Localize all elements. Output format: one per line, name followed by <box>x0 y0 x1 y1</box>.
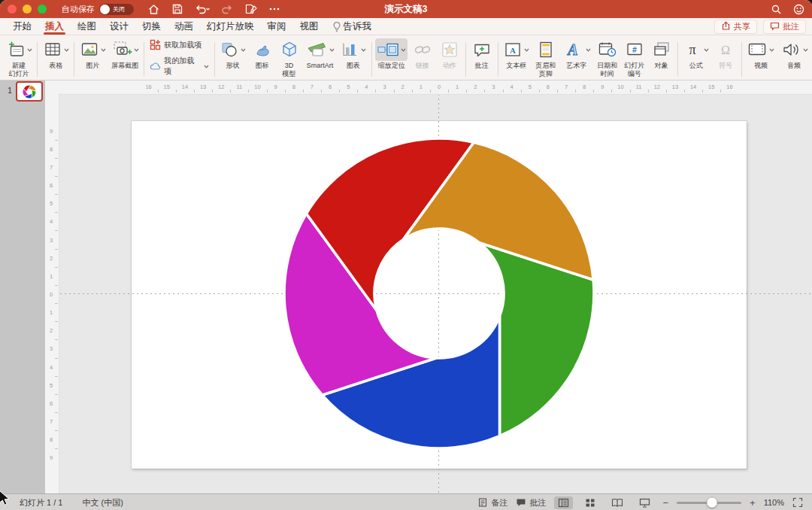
zoom-slider[interactable] <box>677 502 741 504</box>
bulb-icon <box>332 21 341 32</box>
ribbon-addins-stack: 获取加载项我的加载项 <box>147 38 211 77</box>
maximize-button[interactable] <box>38 5 47 14</box>
comments-button[interactable]: 批注 <box>763 20 806 34</box>
zoom-in-button[interactable]: + <box>750 498 756 508</box>
ribbon-button-action: 动作 <box>436 38 463 70</box>
wordart-icon: A <box>562 40 584 59</box>
ribbon-group-separator <box>214 42 215 77</box>
slide-indicator: 幻灯片 1 / 1 <box>20 497 62 508</box>
icons-icon <box>253 40 272 59</box>
ribbon-button-3d-model[interactable]: 3D 模型 <box>276 38 303 77</box>
more-button[interactable] <box>268 3 280 15</box>
zoom-out-button[interactable]: − <box>662 498 668 508</box>
ribbon-group-separator <box>677 42 678 77</box>
tab-绘图[interactable]: 绘图 <box>71 18 103 35</box>
horizontal-ruler: 1615141312111098765432101234567891011121… <box>45 80 812 95</box>
object-icon <box>652 40 671 59</box>
tab-设计[interactable]: 设计 <box>103 18 135 35</box>
close-button[interactable] <box>8 5 17 14</box>
ribbon-button-my-addins[interactable]: 我的加载项 <box>150 56 208 77</box>
ribbon-button-video[interactable]: 视频 <box>744 38 777 70</box>
autosave-label: 自动保存 <box>62 4 95 15</box>
get-addins-icon <box>150 39 161 50</box>
pinwheel-shape[interactable] <box>280 134 598 453</box>
ribbon-button-new-slide[interactable]: 新建 幻灯片 <box>3 38 35 77</box>
action-icon <box>440 40 459 59</box>
ribbon-button-object[interactable]: 对象 <box>648 38 675 70</box>
svg-text:#: # <box>632 45 637 54</box>
zoom-percent[interactable]: 110% <box>764 498 784 507</box>
ribbon-button-link: 链接 <box>409 38 436 70</box>
notes-button[interactable]: 备注 <box>477 497 508 508</box>
ribbon-button-text-box[interactable]: A文本框 <box>501 38 532 70</box>
ribbon-button-comment-add[interactable]: 批注 <box>468 38 495 70</box>
normal-view-icon <box>558 498 569 508</box>
undo-icon <box>195 3 210 15</box>
ribbon-button-table[interactable]: 表格 <box>40 38 71 70</box>
tab-视图[interactable]: 视图 <box>293 18 326 35</box>
emoji-button[interactable] <box>793 4 804 15</box>
statusbar: 幻灯片 1 / 1 中文 (中国) 备注批注−+110% <box>0 493 812 510</box>
ribbon-group-separator <box>144 42 144 77</box>
tab-切换[interactable]: 切换 <box>135 18 168 35</box>
redo-icon <box>221 3 233 15</box>
save-copy-button[interactable] <box>244 3 257 15</box>
svg-text:A: A <box>510 46 516 55</box>
slideshow-icon <box>639 498 650 508</box>
normal-view-button[interactable] <box>554 496 573 509</box>
date-time-icon <box>597 40 618 59</box>
slide-thumbnail[interactable] <box>16 81 43 102</box>
header-footer-icon <box>536 40 556 59</box>
tab-开始[interactable]: 开始 <box>6 18 38 35</box>
ribbon-button-slide-number[interactable]: #幻灯片 编号 <box>621 38 648 77</box>
ribbon-button-equation[interactable]: π公式 <box>680 38 712 70</box>
save-icon <box>171 3 183 15</box>
tab-告诉我[interactable]: 告诉我 <box>326 18 379 35</box>
svg-text:π: π <box>689 42 696 57</box>
reading-view-icon <box>611 498 623 508</box>
tab-幻灯片放映[interactable]: 幻灯片放映 <box>200 18 261 35</box>
ribbon-button-wordart[interactable]: A艺术字 <box>559 38 594 70</box>
fullscreen-button[interactable] <box>792 497 803 508</box>
autosave-toggle[interactable]: 关闭 <box>99 4 134 15</box>
ribbon-button-audio[interactable]: 音频 <box>777 38 810 70</box>
ribbon-button-zoom-position[interactable]: 缩放定位 <box>374 38 409 70</box>
ribbon-button-picture[interactable]: 图片 <box>77 38 108 70</box>
language-indicator[interactable]: 中文 (中国) <box>82 497 123 508</box>
ribbon-button-header-footer[interactable]: 页眉和 页脚 <box>532 38 559 77</box>
ribbon-button-get-addins[interactable]: 获取加载项 <box>150 39 208 50</box>
save-button[interactable] <box>171 3 183 15</box>
minimize-button[interactable] <box>23 5 32 14</box>
share-button[interactable]: 共享 <box>714 20 757 34</box>
ribbon-button-icons[interactable]: 图标 <box>249 38 276 70</box>
ribbon-button-date-time[interactable]: 日期和 时间 <box>594 38 621 77</box>
zoom-slider-knob[interactable] <box>707 497 718 508</box>
redo-button[interactable] <box>221 3 233 15</box>
slide-sorter-icon <box>585 498 595 508</box>
new-slide-icon <box>6 40 26 59</box>
slide-sorter-button[interactable] <box>581 496 599 509</box>
ribbon-button-shapes[interactable]: 形状 <box>217 38 249 70</box>
workspace: 1 16151413121110987654321012345678910111… <box>0 80 812 493</box>
video-icon <box>747 40 768 59</box>
undo-button[interactable] <box>195 3 210 15</box>
screenshot-icon <box>111 40 132 59</box>
reading-view-button[interactable] <box>607 496 627 509</box>
audio-icon <box>780 40 801 59</box>
home-button[interactable] <box>147 3 160 16</box>
picture-icon <box>80 40 99 59</box>
ribbon-button-screenshot[interactable]: 屏幕截图 <box>108 38 141 70</box>
mini-pinwheel <box>23 85 36 99</box>
tab-动画[interactable]: 动画 <box>168 18 200 35</box>
ribbon-group-separator <box>74 42 74 77</box>
slideshow-button[interactable] <box>635 496 654 509</box>
search-button[interactable] <box>771 4 782 15</box>
ribbon-button-chart[interactable]: 图表 <box>338 38 369 70</box>
tab-审阅[interactable]: 审阅 <box>261 18 293 35</box>
comments-pane-button[interactable]: 批注 <box>516 497 546 508</box>
ribbon-button-smartart[interactable]: SmartArt <box>303 38 338 70</box>
tab-插入[interactable]: 插入 <box>38 18 71 35</box>
comment-filled-icon <box>516 498 526 508</box>
3d-model-icon <box>280 40 299 59</box>
save-copy-icon <box>244 3 257 15</box>
